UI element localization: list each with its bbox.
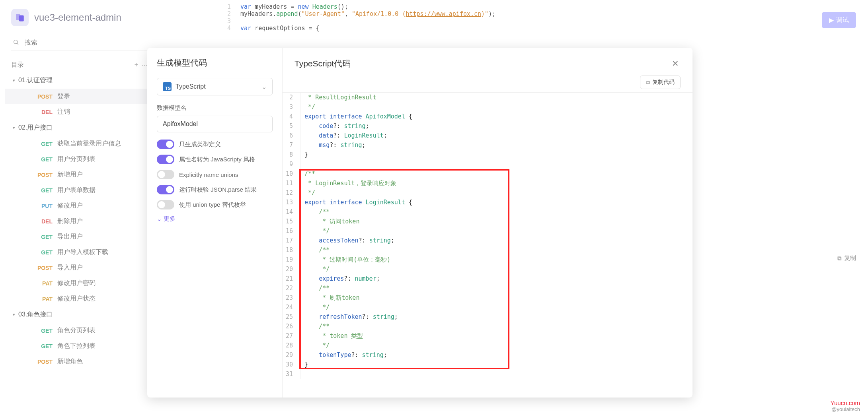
switch-label: 属性名转为 JavaScripty 风格 [179, 156, 255, 163]
tree-item-label: 登录 [57, 92, 70, 101]
watermark-handle: @youlaitech [831, 406, 860, 412]
modal-right-header: TypeScript代码 ✕ [283, 48, 692, 76]
tree-item-label: 用户导入模板下载 [57, 248, 108, 256]
tree-item-label: 修改用户 [57, 202, 83, 210]
http-method-badge: GET [33, 141, 53, 147]
http-method-badge: POST [33, 265, 53, 271]
copy-code-label: 复制代码 [652, 79, 675, 86]
http-method-badge: GET [33, 328, 53, 334]
tree-item-label: 修改用户密码 [57, 279, 96, 287]
tree-item[interactable]: GET获取当前登录用户信息 [5, 136, 159, 151]
tree-item-label: 注销 [57, 108, 70, 116]
section-label: 03.角色接口 [18, 310, 53, 319]
tree-item[interactable]: PAT修改用户状态 [5, 291, 159, 306]
http-method-badge: GET [33, 156, 53, 163]
tree-item[interactable]: POST新增用户 [5, 167, 159, 182]
code-viewer[interactable]: 2345678910111213141516171819202122232425… [283, 92, 692, 398]
toggle-switch[interactable] [157, 140, 174, 149]
tree-item-label: 导出用户 [57, 233, 83, 241]
caret-down-icon: ▾ [13, 78, 15, 83]
watermark-site: Yuucn.com [831, 400, 860, 406]
switch-row: Explicitly name unions [157, 170, 273, 179]
http-method-badge: GET [33, 234, 53, 240]
chevron-down-icon: ⌄ [157, 215, 162, 223]
switch-row: 使用 union type 替代枚举 [157, 200, 273, 209]
language-select[interactable]: TS TypeScript ⌄ [157, 78, 273, 95]
http-method-badge: GET [33, 343, 53, 349]
switch-label: 使用 union type 替代枚举 [179, 201, 246, 209]
modal-left-title: 生成模型代码 [157, 57, 273, 68]
watermark: Yuucn.com @youlaitech [831, 400, 860, 412]
toggle-switch[interactable] [157, 155, 174, 164]
tree-item-label: 新增角色 [57, 357, 83, 366]
tree-item[interactable]: DEL删除用户 [5, 213, 159, 229]
tree-item[interactable]: GET用户导入模板下载 [5, 244, 159, 260]
close-icon[interactable]: ✕ [670, 57, 681, 70]
tree-item-label: 角色分页列表 [57, 326, 96, 335]
caret-down-icon: ▾ [13, 312, 15, 317]
tree-item[interactable]: DEL注销 [5, 104, 159, 120]
search-input[interactable] [11, 35, 148, 50]
http-method-badge: DEL [33, 218, 53, 225]
http-method-badge: DEL [33, 109, 53, 115]
search-icon [13, 39, 19, 47]
tree-item[interactable]: POST导入用户 [5, 260, 159, 275]
more-icon[interactable]: ⋯ [141, 61, 148, 69]
copy-code-button[interactable]: ⧉ 复制代码 [640, 76, 681, 89]
tree-item[interactable]: GET角色分页列表 [5, 323, 159, 338]
language-label: TypeScript [176, 83, 257, 90]
tree-item[interactable]: POST登录 [5, 89, 159, 104]
section-label: 02.用户接口 [18, 124, 53, 132]
more-label: 更多 [164, 215, 176, 223]
caret-down-icon: ▾ [13, 125, 15, 130]
http-method-badge: POST [33, 172, 53, 178]
tree-section-title[interactable]: ▾02.用户接口 [5, 120, 159, 136]
http-method-badge: GET [33, 249, 53, 256]
more-options-link[interactable]: ⌄ 更多 [157, 215, 273, 223]
switch-row: 运行时校验 JSON.parse 结果 [157, 185, 273, 194]
switch-row: 只生成类型定义 [157, 140, 273, 149]
chevron-down-icon: ⌄ [261, 83, 267, 91]
svg-rect-1 [19, 16, 24, 21]
toggle-switch[interactable] [157, 170, 174, 179]
code-lines: * ResultLoginResult */export interface A… [300, 93, 692, 379]
tree-item[interactable]: GET用户分页列表 [5, 151, 159, 167]
nav-tree: ▾01.认证管理POST登录DEL注销▾02.用户接口GET获取当前登录用户信息… [0, 72, 159, 369]
tree-item-label: 修改用户状态 [57, 295, 96, 303]
copy-side-label: 复制 [844, 254, 856, 262]
copy-side-button[interactable]: ⧉ 复制 [837, 254, 856, 262]
tree-item[interactable]: PAT修改用户密码 [5, 275, 159, 291]
code-gutter: 2345678910111213141516171819202122232425… [283, 93, 300, 379]
tree-item[interactable]: PUT修改用户 [5, 198, 159, 213]
tree-section-title[interactable]: ▾03.角色接口 [5, 306, 159, 323]
tree-item-label: 用户表单数据 [57, 186, 96, 194]
tree-item-label: 角色下拉列表 [57, 342, 96, 350]
bg-code: 1var myHeaders = new Headers(); 2myHeade… [219, 3, 812, 32]
tree-item[interactable]: GET用户表单数据 [5, 182, 159, 198]
copy-icon: ⧉ [837, 255, 842, 262]
switch-label: Explicitly name unions [179, 171, 238, 178]
svg-point-2 [14, 40, 18, 44]
switch-row: 属性名转为 JavaScripty 风格 [157, 155, 273, 164]
model-name-label: 数据模型名 [157, 104, 273, 112]
toggle-switch[interactable] [157, 200, 174, 209]
modal-right-panel: TypeScript代码 ✕ ⧉ 复制代码 234567891011121314… [283, 48, 692, 398]
http-method-badge: POST [33, 93, 53, 100]
toggle-switch[interactable] [157, 185, 174, 194]
model-name-input[interactable] [157, 116, 273, 132]
sidebar: vue3-element-admin 目录 + ⋯ ▾01.认证管理POST登录… [0, 0, 159, 417]
tree-item[interactable]: GET导出用户 [5, 229, 159, 244]
sidebar-header: vue3-element-admin [0, 0, 159, 35]
switch-label: 运行时校验 JSON.parse 结果 [179, 186, 257, 194]
http-method-badge: PAT [33, 296, 53, 302]
tree-item-label: 导入用户 [57, 264, 83, 272]
http-method-badge: GET [33, 187, 53, 194]
debug-button[interactable]: ▶ 调试 [822, 12, 856, 28]
dir-actions: + ⋯ [135, 61, 148, 69]
tree-item-label: 用户分页列表 [57, 155, 96, 163]
tree-section-title[interactable]: ▾01.认证管理 [5, 72, 159, 89]
switch-label: 只生成类型定义 [179, 141, 221, 148]
add-icon[interactable]: + [135, 61, 138, 69]
tree-item[interactable]: POST新增角色 [5, 354, 159, 369]
tree-item[interactable]: GET角色下拉列表 [5, 338, 159, 354]
